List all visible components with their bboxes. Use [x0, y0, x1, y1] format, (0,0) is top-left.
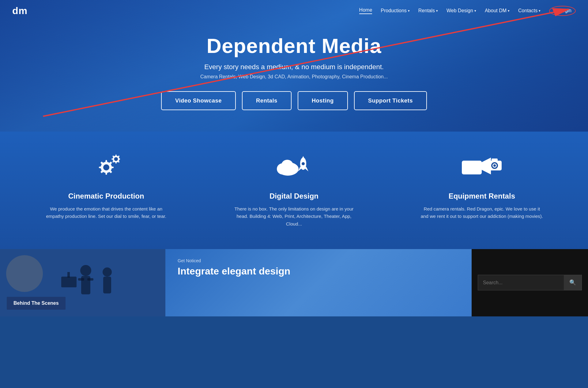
nav-item-contacts[interactable]: Contacts ▾ [518, 8, 541, 13]
navbar: dm Home Productions ▾ Rentals ▾ Web Desi… [0, 0, 588, 21]
feature-equipment: Equipment Rentals Red camera rentals. Re… [420, 153, 543, 220]
site-logo[interactable]: dm [12, 5, 28, 17]
svg-point-19 [493, 164, 496, 167]
gear-icon [45, 153, 168, 185]
feature-digital-desc: There is no box. The only limitations on… [233, 205, 355, 228]
camera-video-icon [420, 153, 543, 185]
hero-services: Camera Rentals, Web Design, 3d CAD, Anim… [161, 74, 427, 80]
feature-equipment-desc: Red camera rentals. Red Dragon, epic. We… [420, 205, 543, 220]
feature-cinematic: Cinematic Production We produce the emot… [45, 153, 168, 220]
chevron-down-icon: ▾ [408, 9, 410, 13]
svg-point-12 [302, 162, 305, 165]
nav-links: Home Productions ▾ Rentals ▾ Web Design … [359, 6, 576, 16]
behind-scenes-button[interactable]: Behind The Scenes [7, 297, 66, 310]
svg-rect-16 [492, 159, 498, 162]
svg-marker-9 [300, 156, 306, 162]
nav-item-aboutdm[interactable]: About DM ▾ [485, 8, 510, 13]
search-input[interactable] [478, 275, 564, 290]
chevron-down-icon: ▾ [436, 9, 438, 13]
get-noticed-label: Get Noticed [178, 258, 459, 263]
search-panel: 🔍 [472, 249, 588, 316]
chevron-down-icon: ▾ [474, 9, 476, 13]
chevron-down-icon: ▾ [539, 9, 541, 13]
search-icon: 🔍 [569, 279, 576, 285]
login-button[interactable]: 🔒 login [549, 6, 576, 16]
nav-item-rentals[interactable]: Rentals ▾ [418, 8, 438, 13]
svg-point-7 [281, 160, 293, 172]
nav-link-rentals[interactable]: Rentals ▾ [418, 8, 438, 13]
search-bar: 🔍 [478, 275, 582, 290]
integrate-title: Integrate elegant design [178, 266, 459, 277]
hosting-button[interactable]: Hosting [298, 91, 348, 110]
hero-subtitle: Every story needs a medium; & no medium … [161, 63, 427, 71]
features-section: Cinematic Production We produce the emot… [0, 132, 588, 249]
hero-title: Dependent Media [161, 34, 427, 58]
feature-digital-title: Digital Design [233, 192, 355, 200]
lock-icon: 🔒 [553, 8, 560, 14]
video-showcase-button[interactable]: Video Showcase [161, 91, 236, 110]
feature-cinematic-title: Cinematic Production [45, 192, 168, 200]
get-noticed-panel: Get Noticed Integrate elegant design [165, 249, 472, 316]
nav-item-login[interactable]: 🔒 login [549, 6, 576, 16]
nav-item-home[interactable]: Home [359, 7, 372, 14]
svg-point-3 [114, 157, 118, 161]
rentals-button[interactable]: Rentals [242, 91, 292, 110]
feature-digital: Digital Design There is no box. The only… [233, 153, 355, 228]
nav-link-contacts[interactable]: Contacts ▾ [518, 8, 541, 13]
nav-item-webdesign[interactable]: Web Design ▾ [447, 8, 476, 13]
hero-content: Dependent Media Every story needs a medi… [161, 34, 427, 110]
nav-link-productions[interactable]: Productions ▾ [381, 8, 410, 13]
feature-equipment-title: Equipment Rentals [420, 192, 543, 200]
support-tickets-button[interactable]: Support Tickets [354, 91, 427, 110]
cloud-rocket-icon [233, 153, 355, 185]
svg-rect-13 [462, 161, 482, 174]
svg-point-2 [103, 164, 109, 170]
search-button[interactable]: 🔍 [564, 275, 582, 290]
hero-buttons: Video Showcase Rentals Hosting Support T… [161, 91, 427, 110]
chevron-down-icon: ▾ [508, 9, 510, 13]
feature-cinematic-desc: We produce the emotion that drives the c… [45, 205, 168, 220]
nav-item-productions[interactable]: Productions ▾ [381, 8, 410, 13]
behind-scenes-panel: Behind The Scenes [0, 249, 165, 316]
nav-link-home[interactable]: Home [359, 7, 372, 14]
nav-link-webdesign[interactable]: Web Design ▾ [447, 8, 476, 13]
nav-link-aboutdm[interactable]: About DM ▾ [485, 8, 510, 13]
bottom-section: Behind The Scenes Get Noticed Integrate … [0, 249, 588, 316]
